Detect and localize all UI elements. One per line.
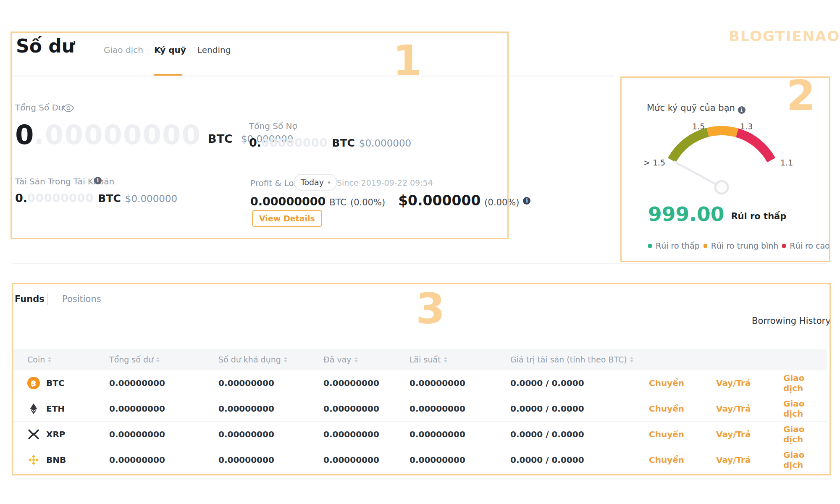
- gauge-segment-high-risk: [737, 133, 771, 160]
- legend-dot-high-risk: [782, 244, 786, 248]
- pnl-period-dropdown[interactable]: Today ▾: [294, 174, 337, 191]
- borrow-repay-link[interactable]: Vay/Trả: [716, 378, 783, 388]
- tab-ky-quy[interactable]: Ký quỹ: [154, 45, 186, 55]
- pnl-btc-unit: BTC: [329, 197, 346, 207]
- coin-cell: ETH: [27, 402, 109, 415]
- available-balance-cell: 0.00000000: [218, 429, 323, 439]
- margin-gauge-chart: [650, 124, 793, 208]
- column-label: Tổng số dư: [109, 355, 153, 364]
- gauge-scale-1-5: 1.5: [692, 122, 705, 131]
- trade-link[interactable]: Giao dịch: [783, 399, 825, 419]
- column-header-interest[interactable]: Lãi suất: [410, 355, 510, 364]
- transfer-link[interactable]: Chuyển: [649, 378, 716, 388]
- gauge-segment-medium-risk: [708, 131, 737, 133]
- total-balance-unit: BTC: [208, 132, 233, 145]
- transfer-link[interactable]: Chuyển: [649, 455, 716, 465]
- pnl-fiat-percent: (0.00%): [484, 197, 519, 207]
- trade-link[interactable]: Giao dịch: [783, 373, 825, 393]
- funds-tab-divider: [47, 293, 48, 305]
- transfer-link[interactable]: Chuyển: [649, 429, 716, 439]
- account-fiat: $0.000000: [125, 193, 177, 204]
- info-icon[interactable]: i: [523, 197, 530, 205]
- annotation-number-3: 3: [416, 288, 445, 330]
- margin-level-title: Mức ký quỹ của bạn i: [647, 103, 746, 114]
- funds-table: Coin Tổng số dư Số dư khả dụng Đã vay Lã…: [13, 349, 827, 473]
- trade-link[interactable]: Giao dịch: [783, 424, 825, 444]
- sort-icon: [156, 357, 160, 362]
- column-label: Giá trị tài sản (tính theo BTC): [510, 355, 627, 364]
- sort-icon: [48, 357, 51, 362]
- gauge-scale-1-1: 1.1: [780, 158, 793, 167]
- gauge-needle: [675, 162, 722, 187]
- table-row-btc: ฿ BTC 0.00000000 0.00000000 0.00000000 0…: [13, 370, 827, 396]
- legend-label-low-risk: Rủi ro thấp: [656, 241, 700, 250]
- pnl-btc-percent: (0.00%): [350, 197, 385, 207]
- sort-icon: [284, 357, 287, 362]
- total-balance-label: Tổng Số Dư: [15, 102, 64, 113]
- borrowing-history-link[interactable]: Borrowing History: [752, 316, 831, 326]
- info-icon[interactable]: i: [738, 106, 746, 114]
- interest-cell: 0.00000000: [410, 429, 510, 439]
- borrow-repay-link[interactable]: Vay/Trả: [716, 404, 783, 414]
- trade-link[interactable]: Giao dịch: [783, 450, 825, 470]
- pnl-since-text: Since 2019-09-22 09:54: [337, 178, 433, 187]
- column-header-asset-value[interactable]: Giá trị tài sản (tính theo BTC): [510, 355, 649, 364]
- funds-table-header: Coin Tổng số dư Số dư khả dụng Đã vay Lã…: [13, 349, 827, 370]
- eth-icon: [27, 402, 40, 415]
- coin-cell: XRP: [27, 428, 109, 441]
- total-debt-value: 0. 00000000 BTC $0.000000: [249, 136, 411, 149]
- coin-cell: BNB: [27, 454, 109, 466]
- eye-icon[interactable]: [63, 104, 74, 114]
- borrowed-cell: 0.00000000: [323, 378, 410, 388]
- margin-level-value: 999.00: [648, 204, 724, 224]
- column-header-borrowed[interactable]: Đã vay: [323, 355, 410, 364]
- pnl-values: 0.00000000 BTC (0.00%) $0.000000 (0.00%)…: [250, 192, 530, 209]
- annotation-number-1: 1: [393, 40, 422, 82]
- gauge-needle-pivot: [715, 181, 728, 194]
- page-title: Số dư: [16, 35, 75, 57]
- tab-funds[interactable]: Funds: [15, 294, 45, 304]
- borrowed-cell: 0.00000000: [323, 455, 410, 465]
- account-fraction: 00000000: [27, 192, 94, 205]
- column-header-available[interactable]: Số dư khả dụng: [218, 355, 323, 364]
- column-label: Đã vay: [323, 355, 352, 364]
- column-header-total[interactable]: Tổng số dư: [109, 355, 218, 364]
- total-balance-integer: 0: [15, 120, 34, 150]
- column-header-coin[interactable]: Coin: [27, 355, 109, 364]
- column-label: Lãi suất: [410, 355, 441, 364]
- margin-level-readout: 999.00 Rủi ro thấp: [648, 204, 786, 224]
- sort-icon: [630, 357, 633, 362]
- total-balance-cell: 0.00000000: [109, 455, 218, 465]
- info-icon[interactable]: i: [94, 177, 102, 184]
- sort-icon: [444, 357, 447, 362]
- borrowed-cell: 0.00000000: [323, 429, 410, 439]
- available-balance-cell: 0.00000000: [218, 455, 323, 465]
- total-balance-cell: 0.00000000: [109, 378, 218, 388]
- borrowed-cell: 0.00000000: [323, 404, 410, 414]
- header-divider: [12, 76, 614, 76]
- tab-positions[interactable]: Positions: [62, 294, 101, 304]
- view-details-button[interactable]: View Details: [252, 210, 322, 227]
- blogtienao-watermark: BLOGTIENAO: [729, 28, 840, 45]
- debt-fiat: $0.000000: [359, 138, 411, 149]
- asset-value-cell: 0.0000 / 0.0000: [510, 429, 649, 439]
- tab-lending[interactable]: Lending: [197, 45, 231, 55]
- tab-giao-dich[interactable]: Giao dịch: [104, 45, 143, 55]
- borrow-repay-link[interactable]: Vay/Trả: [716, 429, 783, 439]
- account-unit: BTC: [98, 192, 121, 205]
- asset-value-cell: 0.0000 / 0.0000: [510, 404, 649, 414]
- legend-label-high-risk: Rủi ro cao: [790, 241, 830, 250]
- account-integer: 0.: [15, 192, 27, 205]
- margin-level-status: Rủi ro thấp: [731, 211, 786, 221]
- transfer-link[interactable]: Chuyển: [649, 404, 716, 414]
- column-label: Số dư khả dụng: [218, 355, 281, 364]
- coin-symbol: BTC: [46, 378, 65, 388]
- gauge-scale-left: > 1.5: [643, 158, 665, 167]
- debt-unit: BTC: [332, 137, 354, 149]
- interest-cell: 0.00000000: [410, 455, 510, 465]
- debt-fraction: 00000000: [261, 136, 328, 149]
- coin-symbol: ETH: [46, 404, 65, 414]
- total-balance-cell: 0.00000000: [109, 429, 218, 439]
- asset-value-cell: 0.0000 / 0.0000: [510, 378, 649, 388]
- borrow-repay-link[interactable]: Vay/Trả: [716, 455, 783, 465]
